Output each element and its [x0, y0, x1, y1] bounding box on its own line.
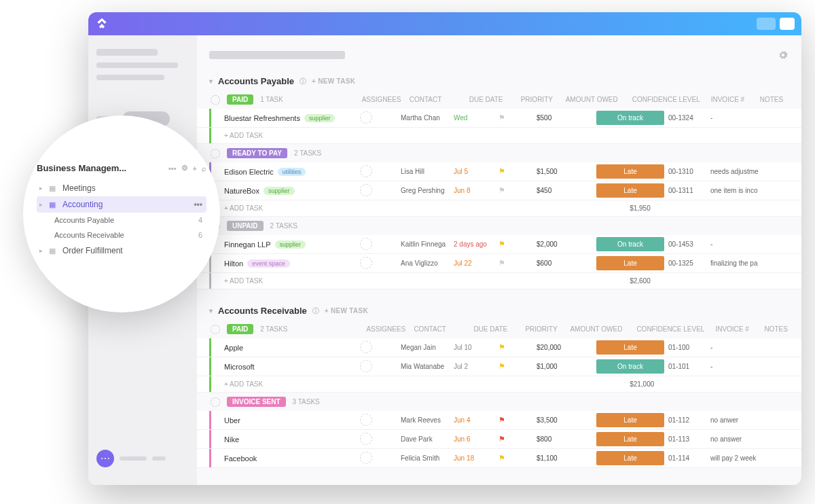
page-title-skeleton: [209, 51, 345, 59]
due-date-cell[interactable]: Jun 18: [454, 454, 499, 462]
list-item[interactable]: Accounts Payable4: [54, 213, 206, 228]
add-task-button[interactable]: + ADD TASK$2,600: [197, 273, 801, 289]
search-icon[interactable]: ⌕: [202, 164, 206, 173]
group-check-icon[interactable]: [211, 95, 220, 105]
table-row[interactable]: Finnegan LLPsupplier Kaitlin Finnega 2 d…: [197, 235, 801, 254]
assignee-icon[interactable]: [360, 111, 372, 124]
info-icon[interactable]: ⓘ: [300, 77, 306, 86]
table-row[interactable]: Microsoft Mia Watanabe Jul 2 ⚑ $1,000 On…: [197, 357, 801, 376]
plus-icon[interactable]: +: [193, 164, 197, 173]
due-date-cell[interactable]: Jul 10: [454, 344, 499, 351]
folder-item[interactable]: ▸ ▦ Order Fulfillment: [37, 242, 206, 259]
task-name: Nike: [224, 435, 239, 444]
collapse-icon[interactable]: ▾: [209, 307, 213, 314]
invoice-cell: 00-1324: [668, 114, 710, 122]
list-item[interactable]: Accounts Receivable6: [54, 228, 206, 242]
task-name: Uber: [224, 416, 240, 425]
confidence-badge[interactable]: Late: [596, 164, 664, 179]
confidence-badge[interactable]: On track: [596, 237, 664, 251]
table-row[interactable]: Bluestar Refreshmentssupplier Martha Cha…: [197, 109, 801, 128]
amount-cell: $1,500: [537, 168, 596, 175]
table-row[interactable]: Apple Megan Jain Jul 10 ⚑ $20,000 Late 0…: [197, 338, 801, 357]
titlebar-ghost-button[interactable]: [757, 18, 776, 30]
group-check-icon[interactable]: [211, 149, 220, 158]
confidence-badge[interactable]: On track: [596, 111, 664, 125]
new-task-button[interactable]: + NEW TASK: [312, 77, 355, 85]
assignee-icon[interactable]: [360, 257, 372, 269]
sidebar-skeleton: [96, 75, 164, 80]
confidence-badge[interactable]: Late: [596, 451, 664, 465]
titlebar-solid-button[interactable]: [780, 18, 795, 30]
more-icon[interactable]: •••: [194, 200, 202, 209]
folder-item[interactable]: ▸ ▦ Accounting •••: [37, 196, 206, 213]
table-row[interactable]: Uber Mark Reeves Jun 4 ⚑ $3,500 Late 01-…: [197, 411, 801, 430]
assignee-icon[interactable]: [360, 184, 372, 196]
priority-flag-icon[interactable]: ⚑: [499, 362, 505, 370]
assignee-icon[interactable]: [360, 433, 372, 445]
assignee-icon[interactable]: [360, 341, 372, 353]
due-date-cell[interactable]: Jul 5: [454, 168, 499, 175]
status-chip[interactable]: PAID: [227, 324, 253, 334]
due-date-cell[interactable]: 2 days ago: [454, 240, 499, 248]
priority-flag-icon[interactable]: ⚑: [499, 435, 505, 443]
task-tag[interactable]: utilities: [278, 168, 306, 176]
chat-icon[interactable]: ⋯: [96, 450, 114, 467]
group-check-icon[interactable]: [211, 397, 220, 407]
assignee-icon[interactable]: [360, 238, 372, 250]
table-row[interactable]: Facebook Felicia Smith Jun 18 ⚑ $1,100 L…: [197, 449, 801, 468]
amount-cell: $2,000: [537, 240, 596, 248]
new-task-button[interactable]: + NEW TASK: [325, 307, 368, 314]
table-row[interactable]: Nike Dave Park Jun 6 ⚑ $800 Late 01-113 …: [197, 430, 801, 449]
table-row[interactable]: NatureBoxsupplier Greg Pershing Jun 8 ⚑ …: [197, 181, 801, 200]
confidence-badge[interactable]: On track: [596, 359, 664, 374]
add-task-button[interactable]: + ADD TASK$21,000: [197, 376, 801, 393]
confidence-badge[interactable]: Late: [596, 183, 664, 198]
priority-flag-icon[interactable]: ⚑: [499, 240, 505, 248]
task-tag[interactable]: event space: [247, 259, 290, 268]
status-chip[interactable]: INVOICE SENT: [227, 397, 286, 407]
add-task-button[interactable]: + ADD TASK: [197, 128, 801, 144]
confidence-badge[interactable]: Late: [596, 413, 664, 427]
priority-flag-icon[interactable]: ⚑: [499, 259, 505, 267]
priority-flag-icon[interactable]: ⚑: [499, 186, 505, 194]
assignee-icon[interactable]: [360, 452, 372, 464]
due-date-cell[interactable]: Jul 22: [454, 259, 499, 267]
due-date-cell[interactable]: Wed: [454, 114, 499, 122]
more-icon[interactable]: •••: [168, 164, 177, 173]
info-icon[interactable]: ⓘ: [312, 306, 319, 316]
task-tag[interactable]: supplier: [275, 240, 306, 249]
table-row[interactable]: Edison Electricutilities Lisa Hill Jul 5…: [197, 162, 801, 181]
status-chip[interactable]: PAID: [227, 94, 253, 105]
priority-flag-icon[interactable]: ⚑: [499, 343, 505, 351]
invoice-cell: 00-1325: [668, 259, 710, 267]
assignee-icon[interactable]: [360, 360, 372, 372]
priority-flag-icon[interactable]: ⚑: [499, 167, 505, 175]
sidebar-skeleton: [96, 49, 158, 56]
gear-icon[interactable]: [777, 49, 789, 61]
confidence-badge[interactable]: Late: [596, 340, 664, 355]
priority-flag-icon[interactable]: ⚑: [499, 454, 505, 462]
due-date-cell[interactable]: Jul 2: [454, 363, 499, 370]
due-date-cell[interactable]: Jun 4: [454, 416, 499, 424]
table-row[interactable]: Hiltonevent space Ana Viglizzo Jul 22 ⚑ …: [197, 254, 801, 273]
folder-label: Order Fulfillment: [62, 246, 123, 255]
collapse-icon[interactable]: ▾: [209, 77, 213, 85]
contact-cell: Megan Jain: [401, 344, 454, 351]
add-task-button[interactable]: + ADD TASK$1,950: [197, 200, 801, 217]
due-date-cell[interactable]: Jun 6: [454, 435, 499, 443]
folder-item[interactable]: ▸ ▦ Meetings: [37, 180, 206, 196]
priority-flag-icon[interactable]: ⚑: [499, 416, 505, 424]
priority-flag-icon[interactable]: ⚑: [499, 113, 505, 122]
assignee-icon[interactable]: [360, 414, 372, 426]
space-popover: Business Managem... ••• ⚙ + ⌕ ▸ ▦ Meetin…: [23, 115, 220, 312]
status-chip[interactable]: READY TO PAY: [227, 148, 287, 158]
assignee-icon[interactable]: [360, 165, 372, 177]
due-date-cell[interactable]: Jun 8: [454, 187, 499, 194]
task-tag[interactable]: supplier: [264, 187, 295, 195]
confidence-badge[interactable]: Late: [596, 432, 664, 446]
confidence-badge[interactable]: Late: [596, 256, 664, 270]
status-chip[interactable]: UNPAID: [227, 221, 264, 231]
group-check-icon[interactable]: [211, 325, 220, 334]
gear-icon[interactable]: ⚙: [181, 164, 188, 173]
task-tag[interactable]: supplier: [304, 114, 336, 122]
